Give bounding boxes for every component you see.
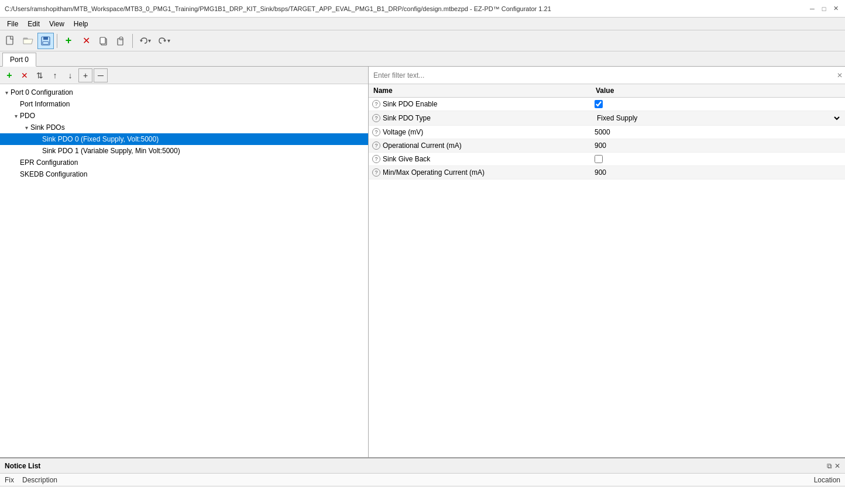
tree-sort-button[interactable]: ⇅	[33, 68, 47, 82]
tree-item-port0-config[interactable]: ▾ Port 0 Configuration	[0, 87, 368, 98]
table-row: ? Operational Current (mA)	[369, 139, 845, 153]
voltage-input[interactable]	[595, 128, 841, 136]
col-header-value: Value	[591, 84, 845, 98]
prop-name-cell: ? Sink PDO Type	[369, 111, 591, 126]
svg-rect-3	[43, 37, 48, 40]
prop-name-cell: ? Operational Current (mA)	[369, 139, 591, 153]
sink-pdo-type-select[interactable]: Fixed Supply Variable Supply Battery	[595, 113, 841, 123]
redo-button[interactable]: ▾	[155, 34, 173, 47]
arrow-icon	[12, 160, 20, 166]
min-max-current-input[interactable]	[595, 168, 841, 177]
arrow-icon	[12, 171, 20, 178]
menu-help[interactable]: Help	[69, 19, 93, 29]
prop-value-cell: Fixed Supply Variable Supply Battery	[591, 111, 845, 126]
redo-icon	[158, 36, 167, 46]
help-icon[interactable]: ?	[372, 128, 380, 136]
help-icon[interactable]: ?	[372, 141, 380, 150]
svg-rect-4	[43, 42, 49, 44]
menu-edit[interactable]: Edit	[23, 19, 44, 29]
col-header-name: Name	[369, 84, 591, 98]
tree-item-sink-pdos[interactable]: ▾ Sink PDOs	[0, 122, 368, 133]
notice-body	[0, 486, 845, 504]
open-button[interactable]	[20, 33, 36, 49]
menu-bar: File Edit View Help	[0, 18, 845, 30]
notice-header: Notice List ⧉ ✕	[0, 458, 845, 474]
help-icon[interactable]: ?	[372, 168, 380, 177]
undo-button[interactable]: ▾	[136, 34, 154, 47]
help-icon[interactable]: ?	[372, 155, 380, 163]
right-panel: ✕ Name Value ? Sink PDO Enab	[369, 67, 845, 457]
maximize-button[interactable]: □	[819, 4, 829, 13]
copy-icon	[99, 36, 108, 46]
menu-view[interactable]: View	[44, 19, 69, 29]
table-row: ? Min/Max Operating Current (mA)	[369, 166, 845, 179]
prop-label: Sink Give Back	[383, 155, 430, 163]
prop-value-cell	[591, 166, 845, 179]
props-table-element: Name Value ? Sink PDO Enable	[369, 84, 845, 179]
arrow-icon: ▾	[22, 125, 30, 131]
prop-label: Operational Current (mA)	[383, 141, 462, 150]
window-controls: ─ □ ✕	[808, 4, 840, 13]
sink-pdo-enable-checkbox[interactable]	[595, 100, 603, 108]
prop-name-cell: ? Sink Give Back	[369, 153, 591, 166]
help-icon[interactable]: ?	[372, 114, 380, 122]
minimize-button[interactable]: ─	[808, 4, 817, 13]
tree-expand-button[interactable]: +	[78, 68, 92, 82]
clear-filter-icon[interactable]: ✕	[837, 71, 843, 80]
tree-item-skedb-config[interactable]: SKEDB Configuration	[0, 168, 368, 180]
toolbar-separator-2	[132, 34, 133, 48]
tree-item-sink-pdo-0[interactable]: Sink PDO 0 (Fixed Supply, Volt:5000)	[0, 133, 368, 145]
paste-button[interactable]	[113, 33, 129, 49]
prop-value-cell	[591, 126, 845, 139]
sink-give-back-checkbox[interactable]	[595, 155, 603, 163]
tree-item-epr-config[interactable]: EPR Configuration	[0, 157, 368, 168]
notice-close-button[interactable]: ✕	[834, 462, 840, 470]
svg-rect-0	[6, 36, 13, 44]
prop-name-cell: ? Min/Max Operating Current (mA)	[369, 166, 591, 179]
table-row: ? Sink Give Back	[369, 153, 845, 166]
table-row: ? Sink PDO Enable	[369, 98, 845, 111]
notice-table-header: Fix Description Location	[0, 474, 845, 486]
prop-name-cell: ? Voltage (mV)	[369, 126, 591, 139]
filter-input[interactable]	[371, 70, 837, 81]
notice-col-fix-label: Fix	[5, 476, 22, 484]
arrow-icon	[34, 136, 42, 143]
prop-label: Min/Max Operating Current (mA)	[383, 168, 485, 177]
notice-area: Notice List ⧉ ✕ Fix Description Location	[0, 457, 845, 504]
tree-content: ▾ Port 0 Configuration Port Information …	[0, 84, 368, 457]
arrow-icon	[12, 101, 20, 108]
arrow-icon	[34, 148, 42, 154]
notice-restore-button[interactable]: ⧉	[827, 462, 832, 470]
tab-port0[interactable]: Port 0	[2, 53, 36, 67]
add-item-button[interactable]: +	[60, 33, 77, 49]
help-icon[interactable]: ?	[372, 100, 380, 108]
notice-title: Notice List	[5, 462, 40, 470]
tree-up-button[interactable]: ↑	[48, 68, 62, 82]
notice-controls: ⧉ ✕	[827, 462, 840, 470]
tree-item-pdo[interactable]: ▾ PDO	[0, 110, 368, 122]
copy-button[interactable]	[95, 33, 112, 49]
menu-file[interactable]: File	[2, 19, 23, 29]
main-area: + ✕ ⇅ ↑ ↓ + ─ ▾ Port 0 Configuration Por…	[0, 67, 845, 457]
save-icon	[40, 36, 51, 46]
tree-delete-button[interactable]: ✕	[18, 68, 32, 82]
tree-item-port-info[interactable]: Port Information	[0, 98, 368, 110]
paste-icon	[116, 36, 126, 46]
toolbar: + ✕ ▾ ▾	[0, 30, 845, 51]
save-button[interactable]	[37, 33, 54, 49]
new-button[interactable]	[2, 33, 19, 49]
tree-down-button[interactable]: ↓	[63, 68, 77, 82]
notice-col-desc-label: Description	[22, 476, 782, 484]
svg-rect-9	[120, 37, 122, 39]
undo-icon	[139, 36, 148, 46]
close-button[interactable]: ✕	[831, 4, 840, 13]
tree-add-button[interactable]: +	[2, 68, 16, 82]
tree-collapse-button[interactable]: ─	[94, 68, 108, 82]
open-icon	[23, 36, 33, 46]
tree-item-sink-pdo-1[interactable]: Sink PDO 1 (Variable Supply, Min Volt:50…	[0, 145, 368, 157]
operational-current-input[interactable]	[595, 141, 841, 150]
notice-col-loc-label: Location	[782, 476, 840, 484]
table-row: ? Sink PDO Type Fixed Supply Variable Su…	[369, 111, 845, 126]
delete-item-button[interactable]: ✕	[78, 33, 94, 49]
window-title: C:/Users/ramshopitham/MTB_Workspace/MTB3…	[5, 5, 551, 12]
